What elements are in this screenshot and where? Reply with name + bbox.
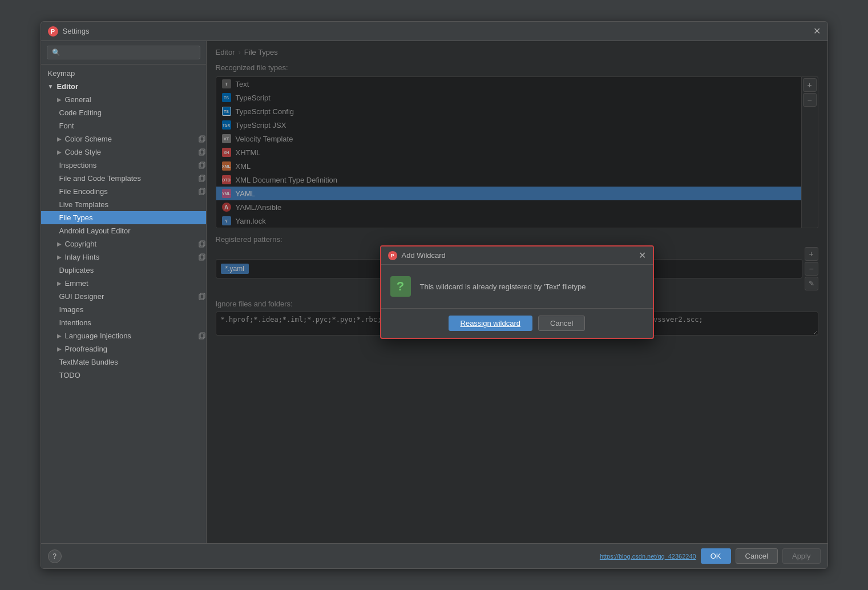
sidebar-item-intentions[interactable]: Intentions bbox=[41, 316, 206, 329]
sidebar-label-intentions: Intentions bbox=[59, 318, 206, 327]
search-box bbox=[41, 41, 206, 64]
main-panel: Editor › File Types Recognized file type… bbox=[207, 41, 827, 543]
copy-icon-file-code-templates bbox=[199, 175, 206, 182]
sidebar-label-inlay-hints: Inlay Hints bbox=[65, 253, 196, 261]
sidebar-item-editor[interactable]: ▼ Editor bbox=[41, 80, 206, 93]
add-wildcard-dialog: P Add Wildcard ✕ ? This wildcard is alre… bbox=[380, 245, 654, 339]
sidebar-label-android-layout-editor: Android Layout Editor bbox=[59, 227, 206, 235]
dialog-cancel-button[interactable]: Cancel bbox=[538, 316, 585, 331]
titlebar-left: P Settings bbox=[48, 26, 90, 37]
sidebar-label-code-style: Code Style bbox=[65, 148, 196, 156]
dialog-app-icon: P bbox=[388, 251, 397, 260]
content-area: Keymap ▼ Editor ▶ General Code Editing F… bbox=[41, 41, 827, 543]
copy-icon-inspections bbox=[199, 161, 206, 169]
copy-icon-code-style bbox=[199, 148, 206, 156]
sidebar-item-proofreading[interactable]: ▶ Proofreading bbox=[41, 342, 206, 355]
window-close-button[interactable]: ✕ bbox=[813, 26, 821, 37]
sidebar-item-android-layout-editor[interactable]: Android Layout Editor bbox=[41, 224, 206, 237]
sidebar-item-gui-designer[interactable]: GUI Designer bbox=[41, 290, 206, 303]
sidebar-item-inlay-hints[interactable]: ▶ Inlay Hints bbox=[41, 250, 206, 264]
sidebar: Keymap ▼ Editor ▶ General Code Editing F… bbox=[41, 41, 207, 543]
svg-rect-0 bbox=[199, 137, 204, 142]
svg-rect-8 bbox=[199, 189, 204, 195]
svg-rect-4 bbox=[199, 163, 204, 168]
sidebar-item-live-templates[interactable]: Live Templates bbox=[41, 198, 206, 211]
sidebar-label-color-scheme: Color Scheme bbox=[65, 135, 196, 143]
sidebar-label-file-code-templates: File and Code Templates bbox=[59, 174, 196, 183]
sidebar-label-file-types: File Types bbox=[59, 213, 206, 222]
sidebar-label-todo: TODO bbox=[59, 371, 206, 379]
svg-rect-3 bbox=[200, 149, 205, 154]
arrow-color-scheme: ▶ bbox=[57, 136, 62, 142]
copy-icon-language-injections bbox=[199, 332, 206, 340]
watermark-link[interactable]: https://blog.csdn.net/qq_42362240 bbox=[600, 553, 696, 560]
sidebar-item-general[interactable]: ▶ General bbox=[41, 93, 206, 106]
sidebar-item-todo[interactable]: TODO bbox=[41, 369, 206, 382]
dialog-footer: Reassign wildcard Cancel bbox=[381, 308, 653, 338]
svg-rect-10 bbox=[199, 242, 204, 247]
app-icon: P bbox=[48, 26, 58, 37]
svg-rect-14 bbox=[199, 294, 204, 300]
sidebar-item-code-editing[interactable]: Code Editing bbox=[41, 106, 206, 119]
sidebar-item-inspections[interactable]: Inspections bbox=[41, 159, 206, 172]
copy-icon-gui-designer bbox=[199, 293, 206, 300]
help-button[interactable]: ? bbox=[48, 549, 62, 563]
sidebar-label-general: General bbox=[65, 95, 206, 104]
sidebar-label-duplicates: Duplicates bbox=[59, 266, 206, 274]
sidebar-item-emmet[interactable]: ▶ Emmet bbox=[41, 277, 206, 290]
sidebar-item-textmate-bundles[interactable]: TextMate Bundles bbox=[41, 355, 206, 369]
sidebar-label-file-encodings: File Encodings bbox=[59, 187, 196, 196]
window-title: Settings bbox=[63, 27, 90, 35]
sidebar-item-language-injections[interactable]: ▶ Language Injections bbox=[41, 329, 206, 342]
sidebar-label-keymap: Keymap bbox=[48, 69, 206, 78]
svg-rect-1 bbox=[200, 136, 205, 141]
svg-rect-7 bbox=[200, 175, 205, 180]
sidebar-label-inspections: Inspections bbox=[59, 161, 196, 169]
ok-button[interactable]: OK bbox=[701, 548, 731, 564]
svg-rect-5 bbox=[200, 162, 205, 167]
svg-rect-16 bbox=[199, 334, 204, 339]
reassign-wildcard-button[interactable]: Reassign wildcard bbox=[449, 316, 533, 331]
dialog-title-left: P Add Wildcard bbox=[388, 251, 446, 260]
bottom-right: https://blog.csdn.net/qq_42362240 OK Can… bbox=[600, 548, 821, 564]
dialog-titlebar: P Add Wildcard ✕ bbox=[381, 246, 653, 265]
arrow-inlay-hints: ▶ bbox=[57, 254, 62, 260]
arrow-proofreading: ▶ bbox=[57, 346, 62, 352]
question-mark: ? bbox=[397, 279, 404, 294]
settings-window: P Settings ✕ Keymap ▼ Editor bbox=[41, 21, 828, 569]
sidebar-item-duplicates[interactable]: Duplicates bbox=[41, 264, 206, 277]
copy-icon-color-scheme bbox=[199, 135, 206, 143]
apply-button[interactable]: Apply bbox=[782, 548, 821, 564]
copy-icon-file-encodings bbox=[199, 188, 206, 195]
sidebar-label-font: Font bbox=[59, 122, 206, 130]
copy-icon-copyright bbox=[199, 240, 206, 248]
sidebar-item-copyright[interactable]: ▶ Copyright bbox=[41, 237, 206, 250]
sidebar-label-images: Images bbox=[59, 305, 206, 314]
arrow-general: ▶ bbox=[57, 96, 62, 103]
sidebar-label-proofreading: Proofreading bbox=[65, 345, 206, 353]
sidebar-item-keymap[interactable]: Keymap bbox=[41, 67, 206, 80]
question-icon: ? bbox=[390, 276, 411, 297]
arrow-editor: ▼ bbox=[48, 83, 54, 90]
dialog-title: Add Wildcard bbox=[402, 251, 446, 260]
sidebar-label-editor: Editor bbox=[56, 82, 205, 91]
dialog-close-button[interactable]: ✕ bbox=[639, 250, 646, 261]
sidebar-item-color-scheme[interactable]: ▶ Color Scheme bbox=[41, 132, 206, 146]
svg-rect-2 bbox=[199, 150, 204, 155]
sidebar-item-file-code-templates[interactable]: File and Code Templates bbox=[41, 172, 206, 185]
svg-rect-17 bbox=[200, 333, 205, 338]
cancel-button[interactable]: Cancel bbox=[736, 548, 778, 564]
sidebar-label-code-editing: Code Editing bbox=[59, 108, 206, 117]
arrow-language-injections: ▶ bbox=[57, 333, 62, 339]
sidebar-item-font[interactable]: Font bbox=[41, 119, 206, 132]
sidebar-item-file-types[interactable]: File Types bbox=[41, 211, 206, 224]
svg-rect-12 bbox=[199, 255, 204, 260]
svg-rect-9 bbox=[200, 188, 205, 193]
dialog-body: ? This wildcard is already registered by… bbox=[381, 265, 653, 308]
sidebar-item-code-style[interactable]: ▶ Code Style bbox=[41, 146, 206, 159]
sidebar-item-images[interactable]: Images bbox=[41, 303, 206, 316]
arrow-emmet: ▶ bbox=[57, 280, 62, 286]
dialog-overlay: P Add Wildcard ✕ ? This wildcard is alre… bbox=[207, 41, 827, 543]
search-input[interactable] bbox=[47, 46, 200, 59]
sidebar-item-file-encodings[interactable]: File Encodings bbox=[41, 185, 206, 198]
